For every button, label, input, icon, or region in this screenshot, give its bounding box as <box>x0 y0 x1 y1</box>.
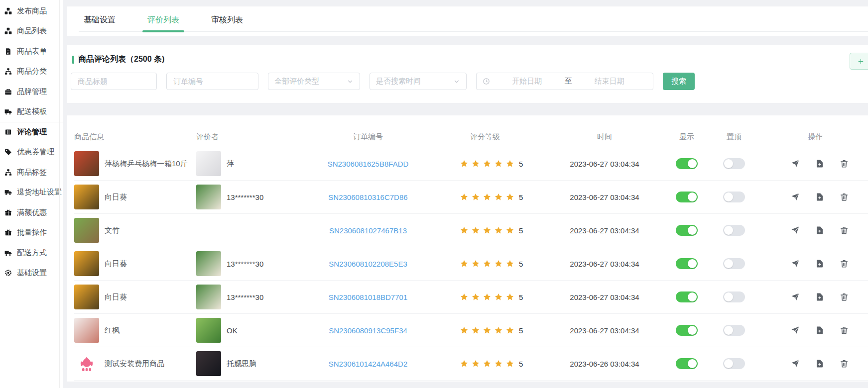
pin-top-toggle[interactable] <box>723 192 745 202</box>
show-toggle[interactable] <box>676 192 698 202</box>
show-toggle[interactable] <box>676 325 698 336</box>
order-number-input[interactable] <box>166 73 258 90</box>
trash-button[interactable] <box>840 359 849 368</box>
table-row: 红枫 OK SN2306080913C95F34 5 2023-06-27 03… <box>74 314 868 347</box>
product-image <box>74 318 99 343</box>
show-toggle[interactable] <box>676 158 698 169</box>
doc-icon <box>4 48 12 55</box>
sidebar-item[interactable]: 评论管理 <box>0 122 63 142</box>
sidebar-item-label: 优惠券管理 <box>17 147 54 157</box>
order-number-link[interactable]: SN2306080913C95F34 <box>313 326 423 335</box>
order-number-link[interactable]: SN2306081027467B13 <box>313 226 423 235</box>
send-button[interactable] <box>791 193 800 201</box>
send-button[interactable] <box>791 326 800 335</box>
trash-button[interactable] <box>840 159 849 168</box>
sidebar-item[interactable]: 商品列表 <box>0 21 63 42</box>
reviewer-cell: 13*******30 <box>196 285 313 309</box>
review-time: 2023-06-27 03:04:34 <box>547 193 662 201</box>
gear-icon <box>4 269 12 277</box>
send-button[interactable] <box>791 359 800 368</box>
file-add-button[interactable] <box>815 259 824 268</box>
reviewer-name: OK <box>227 326 238 335</box>
gift-icon <box>4 229 12 236</box>
show-toggle[interactable] <box>676 258 698 269</box>
trash-button[interactable] <box>840 292 849 301</box>
search-button[interactable]: 搜索 <box>663 73 695 90</box>
sidebar-item[interactable]: 商品分类 <box>0 62 63 82</box>
send-icon <box>791 359 800 368</box>
pin-top-toggle[interactable] <box>723 258 745 269</box>
review-time: 2023-06-27 03:04:34 <box>547 160 662 168</box>
order-number-link[interactable]: SN2306101424A464D2 <box>313 360 423 368</box>
rating-cell: 5 <box>423 226 547 235</box>
file-add-button[interactable] <box>815 326 824 335</box>
send-icon <box>791 326 800 335</box>
pin-top-toggle[interactable] <box>723 291 745 302</box>
trash-button[interactable] <box>840 193 849 201</box>
order-number-link[interactable]: SN230608102208E5E3 <box>313 260 423 268</box>
send-button[interactable] <box>791 292 800 301</box>
sidebar-item[interactable]: 满额优惠 <box>0 202 63 223</box>
sidebar-item[interactable]: 批量操作 <box>0 223 63 243</box>
sidebar-item[interactable]: 商品表单 <box>0 41 63 62</box>
end-date-placeholder: 结束日期 <box>572 77 647 86</box>
reviews-table: 商品信息评价者订单编号评分等级时间显示置顶操作 萍杨梅乒乓杨梅一箱10斤 萍 S… <box>67 115 868 382</box>
product-cell: 向日葵 <box>74 185 196 209</box>
rating-cell: 5 <box>423 160 547 168</box>
send-button[interactable] <box>791 226 800 235</box>
sidebar-item[interactable]: 配送模板 <box>0 102 63 122</box>
sidebar-item-label: 退货地址设置 <box>17 188 62 197</box>
sidebar-item[interactable]: 优惠券管理 <box>0 142 63 163</box>
file-add-button[interactable] <box>815 359 824 368</box>
rating-cell: 5 <box>423 293 547 301</box>
columns-icon <box>4 128 12 136</box>
tab[interactable]: 审核列表 <box>206 6 248 35</box>
show-toggle[interactable] <box>676 225 698 236</box>
star-icon <box>460 260 514 268</box>
sidebar-item[interactable]: 商品标签 <box>0 162 63 183</box>
add-button[interactable]: 新增 <box>850 53 868 70</box>
tab[interactable]: 基础设置 <box>79 6 121 35</box>
filter-panel: 商品评论列表（2500 条) 新增 全部评价类型 是否搜索时间 开始日期 至 结… <box>67 45 868 103</box>
sitemap-icon <box>4 169 12 176</box>
sidebar-item-label: 商品标签 <box>17 168 47 177</box>
sidebar-item[interactable]: 品牌管理 <box>0 82 63 102</box>
file-add-button[interactable] <box>815 193 824 201</box>
review-type-select[interactable]: 全部评价类型 <box>268 73 360 90</box>
rating-cell: 5 <box>423 193 547 201</box>
show-toggle[interactable] <box>676 358 698 369</box>
sidebar-item-label: 配送模板 <box>17 107 47 116</box>
sidebar-item[interactable]: 退货地址设置 <box>0 183 63 203</box>
time-search-select[interactable]: 是否搜索时间 <box>370 73 467 90</box>
pin-top-toggle[interactable] <box>723 325 745 336</box>
file-add-button[interactable] <box>815 159 824 168</box>
trash-button[interactable] <box>840 226 849 235</box>
order-number-link[interactable]: SN23060810316C7D86 <box>313 193 423 201</box>
sidebar-item[interactable]: 发布商品 <box>0 1 63 21</box>
product-image <box>74 351 99 376</box>
truck-icon <box>4 108 12 115</box>
show-toggle[interactable] <box>676 291 698 302</box>
sidebar-item[interactable]: 配送方式 <box>0 243 63 263</box>
pin-top-toggle[interactable] <box>723 158 745 169</box>
send-button[interactable] <box>791 259 800 268</box>
file-add-button[interactable] <box>815 292 824 301</box>
tag-icon <box>4 148 12 156</box>
product-title-input[interactable] <box>71 73 157 90</box>
actions-cell <box>756 292 868 301</box>
trash-button[interactable] <box>840 326 849 335</box>
send-button[interactable] <box>791 159 800 168</box>
tabs-bar: 基础设置评价列表审核列表 <box>67 6 868 36</box>
product-name: 萍杨梅乒乓杨梅一箱10斤 <box>105 159 188 169</box>
pin-top-toggle[interactable] <box>723 225 745 236</box>
rating-value: 5 <box>519 193 523 201</box>
trash-icon <box>840 292 849 301</box>
sidebar-item[interactable]: 基础设置 <box>0 263 63 284</box>
pin-top-toggle[interactable] <box>723 358 745 369</box>
order-number-link[interactable]: SN2306081625B8FADD <box>313 160 423 168</box>
file-add-button[interactable] <box>815 226 824 235</box>
date-range-picker[interactable]: 开始日期 至 结束日期 <box>476 73 653 90</box>
tab[interactable]: 评价列表 <box>142 6 184 35</box>
order-number-link[interactable]: SN2306081018BD7701 <box>313 293 423 301</box>
trash-button[interactable] <box>840 259 849 268</box>
